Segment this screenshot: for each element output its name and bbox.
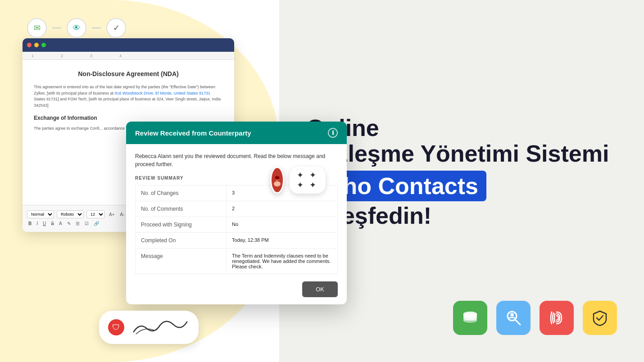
font-decrease-btn[interactable]: A- [119,211,126,218]
underline-btn[interactable]: U [41,220,47,227]
table-row: Completed On Today, 12:38 PM [136,233,338,249]
fingerprint-icon-box [540,301,574,335]
review-dialog-footer: OK [126,274,347,304]
table-row: Proceed with Signing No [136,217,338,233]
left-panel: ✉ 👁 ✓ 1234 Non-Disclosure Agreement (NDA… [0,0,279,362]
ok-button[interactable]: OK [302,281,338,297]
label-comments: No. of Comments [136,201,227,217]
info-icon[interactable]: ℹ [328,128,338,138]
value-signing: No [227,217,338,233]
heading-line-1: Online [306,115,617,141]
progress-steps: ✉ 👁 ✓ [27,18,126,38]
review-dialog-body: Rebecca Alann sent you the reviewed docu… [126,144,347,274]
strikethrough-btn[interactable]: S [50,220,55,227]
signature-strip: 🛡 [99,311,199,344]
editor-title-bar [23,38,234,52]
heading-line-2: Sözleşme Yönetimi Sistemi [306,141,617,167]
review-summary-table: No. of Changes 3 No. of Comments 2 Proce… [135,185,338,274]
label-signing: Proceed with Signing [136,217,227,233]
feature-icons-row [453,301,617,335]
kesfed-line: Zoho Contacts 'ı Keşfedin! [306,171,617,236]
signature-image [130,313,190,341]
editor-ruler: 1234 [23,52,234,60]
italic-btn[interactable]: I [35,220,39,227]
svg-point-3 [275,176,280,180]
step-line-1 [52,27,61,28]
value-completed: Today, 12:38 PM [227,233,338,249]
link-btn[interactable]: 🔗 [92,220,100,227]
review-dialog: Review Received from Counterparty ℹ Rebe… [126,122,347,304]
table-row: Message The Term and Indemnity clauses n… [136,249,338,274]
shield-icon: 🛡 [108,319,124,335]
svg-point-2 [274,181,281,187]
font-increase-btn[interactable]: A+ [108,211,116,218]
value-comments: 2 [227,201,338,217]
stars-display: ✦ ✦ ✦ ✦ [290,167,326,194]
svg-point-13 [510,313,514,317]
font-select[interactable]: Roboto [57,210,84,218]
review-intro-text: Rebecca Alann sent you the reviewed docu… [135,152,338,168]
database-icon-box [453,301,487,335]
avatar-stars-row: ✦ ✦ ✦ ✦ [270,167,326,194]
search-user-icon-box [496,301,531,335]
table-row: No. of Comments 2 [136,201,338,217]
list-btn[interactable]: ☰ [74,220,81,227]
window-close-dot [27,43,32,47]
svg-point-10 [463,318,477,323]
doc-link: 916 Woodstock Drive, El Monte, United St… [115,91,210,95]
window-maximize-dot [41,43,46,47]
value-message: The Term and Indemnity clauses need to b… [227,249,338,274]
review-dialog-header: Review Received from Counterparty ℹ [126,122,347,144]
review-header-title: Review Received from Counterparty [135,129,251,137]
shield-icon-box [583,301,617,335]
step-line-2 [92,27,101,28]
size-select[interactable]: 12 [86,210,105,218]
label-message: Message [136,249,227,274]
label-completed: Completed On [136,233,227,249]
style-select[interactable]: Normal [27,210,54,218]
highlight-btn[interactable]: ✎ [66,220,72,227]
label-changes: No. of Changes [136,186,227,201]
step-check: ✓ [106,18,126,38]
doc-title: Non-Disclosure Agreement (NDA) [34,69,223,79]
font-color-btn[interactable]: A [58,220,63,227]
step-eye: 👁 [67,18,86,38]
avatar [270,167,284,194]
check-btn[interactable]: ☑ [83,220,90,227]
main-heading: Online Sözleşme Yönetimi Sistemi Zoho Co… [306,115,617,236]
doc-body: This agreement is entered into as of the… [34,84,223,109]
window-minimize-dot [34,43,39,47]
bold-btn[interactable]: B [27,220,33,227]
svg-line-12 [515,320,520,325]
step-email: ✉ [27,18,47,38]
